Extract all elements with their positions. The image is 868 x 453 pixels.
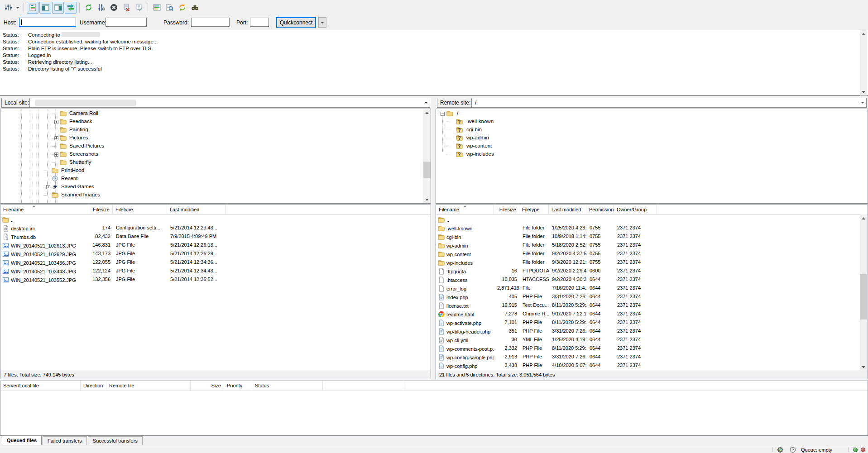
filter-button[interactable] (151, 2, 163, 14)
tab-successful-transfers[interactable]: Successful transfers (88, 436, 143, 445)
tree-item-screenshots[interactable]: Screenshots (0, 150, 431, 158)
queue-column-priority[interactable]: Priority (224, 381, 252, 390)
tree-item-wp-includes[interactable]: ?wp-includes (436, 150, 868, 158)
queue-column-size[interactable]: Size (191, 381, 224, 390)
queue-column-status[interactable]: Status (252, 381, 323, 390)
file-row-win-20140521-103436-jpg[interactable]: WIN_20140521_103436.JPG122,055JPG File5/… (1, 258, 430, 267)
file-row-license-txt[interactable]: license.txt19,915Text Docu...8/11/2020 5… (436, 301, 860, 310)
file-row-wp-comments-post-p[interactable]: wp-comments-post.p...2,332PHP File8/11/2… (436, 344, 860, 353)
toggle-queue-button[interactable] (65, 2, 77, 14)
column-header-owner-group[interactable]: Owner/Group (614, 205, 657, 214)
column-header-last-modified[interactable]: Last modified (167, 205, 226, 214)
reconnect-button[interactable] (133, 2, 145, 14)
quickconnect-dropdown[interactable] (318, 17, 326, 28)
queue-column-direction[interactable]: Direction (81, 381, 106, 390)
host-input[interactable] (19, 18, 76, 27)
tab-queued-files[interactable]: Queued files (2, 436, 42, 445)
file-row-ftpquota[interactable]: .ftpquota16FTPQUOTA...9/2/2020 2:29:4...… (436, 267, 860, 275)
scroll-up-icon[interactable] (860, 30, 867, 38)
local-site-combobox[interactable] (29, 98, 430, 108)
tree-item-pictures[interactable]: Pictures (0, 134, 431, 142)
log-scrollbar[interactable] (860, 30, 867, 95)
refresh-button[interactable] (82, 2, 94, 14)
remote-site-combobox[interactable]: / (471, 98, 867, 108)
file-row-readme-html[interactable]: readme.html7,278Chrome H...9/1/2020 7:22… (436, 310, 860, 318)
file-row-wp-content[interactable]: wp-contentFile folder9/2/2020 4:37:5...0… (436, 249, 860, 258)
column-header-filetype[interactable]: Filetype (113, 205, 167, 214)
tree-item-cgi-bin[interactable]: ?cgi-bin (436, 126, 868, 134)
file-row-root[interactable]: .. (1, 215, 430, 224)
file-row-cgi-bin[interactable]: cgi-binFile folder10/9/2018 1:14:...0755… (436, 232, 860, 241)
tree-item-camera-roll[interactable]: Camera Roll (0, 110, 431, 118)
column-header-last-modified[interactable]: Last modified (549, 205, 586, 214)
column-header-filename[interactable]: Filename (0, 205, 89, 214)
file-row-wp-config-php[interactable]: wp-config.php3,438PHP File4/10/2020 5:07… (436, 361, 860, 370)
file-row-error-log[interactable]: error_log2,871,413File7/16/2020 11:4...0… (436, 284, 860, 292)
column-header-filetype[interactable]: Filetype (519, 205, 549, 214)
file-row-win-20140521-102613-jpg[interactable]: WIN_20140521_102613.JPG146,831JPG File5/… (1, 241, 430, 249)
toggle-local-tree-button[interactable] (39, 2, 51, 14)
expand-icon[interactable] (54, 153, 58, 157)
tree-item-shutterfly[interactable]: Shutterfly (0, 158, 431, 167)
password-input[interactable] (191, 18, 230, 27)
toggle-remote-tree-button[interactable] (52, 2, 64, 14)
column-header-filesize[interactable]: Filesize (494, 205, 519, 214)
disconnect-button[interactable] (120, 2, 132, 14)
tree-item-scanned-images[interactable]: Scanned Images (0, 191, 431, 199)
queue-column-remote-file[interactable]: Remote file (106, 381, 191, 390)
file-row-wp-admin[interactable]: wp-adminFile folder5/18/2020 2:52:...075… (436, 241, 860, 249)
file-row-well-known[interactable]: .well-knownFile folder1/25/2020 4:23:...… (436, 224, 860, 232)
chevron-down-icon[interactable] (859, 99, 866, 107)
expand-icon[interactable] (46, 185, 50, 189)
file-row-index-php[interactable]: index.php405PHP File3/31/2020 7:26:...06… (436, 292, 860, 301)
username-input[interactable] (106, 18, 147, 27)
tree-item-well-known[interactable]: ?.well-known (436, 118, 868, 126)
chevron-down-icon[interactable] (422, 99, 429, 107)
tree-item-saved-pictures[interactable]: Saved Pictures (0, 142, 431, 150)
find-files-button[interactable] (189, 2, 201, 14)
tree-item-printhood[interactable]: PrintHood (0, 167, 431, 175)
directory-comparison-button[interactable] (163, 2, 175, 14)
site-manager-button[interactable] (2, 2, 14, 14)
site-manager-dropdown[interactable] (14, 2, 20, 14)
process-queue-button[interactable] (95, 2, 107, 14)
tree-item-painting[interactable]: Painting (0, 126, 431, 134)
port-input[interactable] (250, 18, 269, 27)
column-header-filename[interactable]: Filename (436, 205, 494, 214)
column-header-filesize[interactable]: Filesize (89, 205, 113, 214)
column-header-permissions[interactable]: Permissions (586, 205, 614, 214)
collapse-icon[interactable] (441, 112, 445, 116)
scroll-thumb[interactable] (860, 274, 867, 319)
tab-failed-transfers[interactable]: Failed transfers (43, 436, 87, 445)
file-row-wp-cli-yml[interactable]: wp-cli.yml30YML File1/25/2020 4:19:...06… (436, 335, 860, 344)
file-row-root[interactable]: .. (436, 215, 860, 224)
tree-item-recent[interactable]: Recent (0, 175, 431, 183)
file-row-win-20140521-103443-jpg[interactable]: WIN_20140521_103443.JPG122,124JPG File5/… (1, 267, 430, 275)
scroll-up-icon[interactable] (860, 215, 867, 222)
synchronized-browsing-button[interactable] (176, 2, 188, 14)
expand-icon[interactable] (54, 120, 58, 124)
file-row-wp-blog-header-php[interactable]: wp-blog-header.php351PHP File3/31/2020 7… (436, 327, 860, 335)
tree-item-root[interactable]: / (436, 110, 868, 118)
file-row-thumbs-db[interactable]: Thumbs.db82,432Data Base File7/9/2015 4:… (1, 232, 430, 241)
file-row-wp-activate-php[interactable]: wp-activate.php7,101PHP File8/11/2020 5:… (436, 318, 860, 327)
cancel-button[interactable] (108, 2, 120, 14)
tree-item-saved-games[interactable]: Saved Games (0, 183, 431, 191)
tree-item-wp-content[interactable]: ?wp-content (436, 142, 868, 150)
tree-item-feedback[interactable]: Feedback (0, 118, 431, 126)
expand-icon[interactable] (54, 136, 58, 140)
queue-column-server-local-file[interactable]: Server/Local file (0, 381, 81, 390)
file-row-win-20140521-103552-jpg[interactable]: WIN_20140521_103552.JPG132,356JPG File5/… (1, 275, 430, 284)
quickconnect-button[interactable]: Quickconnect (276, 17, 316, 28)
file-row-wp-config-sample-php[interactable]: wp-config-sample.php2,913PHP File3/31/20… (436, 353, 860, 361)
remote-list-scrollbar[interactable] (860, 215, 867, 371)
scroll-down-icon[interactable] (860, 88, 867, 95)
file-row-desktop-ini[interactable]: desktop.ini174Configuration setti...5/21… (1, 224, 430, 232)
file-row-win-20140521-102629-jpg[interactable]: WIN_20140521_102629.JPG143,173JPG File5/… (1, 249, 430, 258)
toggle-log-button[interactable] (27, 2, 38, 14)
file-row-wp-includes[interactable]: wp-includesFile folder9/3/2020 12:21:...… (436, 258, 860, 267)
auto-transfer-mode-icon[interactable]: A (777, 447, 783, 453)
speed-limits-icon[interactable] (790, 447, 796, 453)
file-row-htaccess[interactable]: .htaccess10,035HTACCESS ...9/2/2020 4:30… (436, 275, 860, 284)
tree-item-wp-admin[interactable]: ?wp-admin (436, 134, 868, 142)
